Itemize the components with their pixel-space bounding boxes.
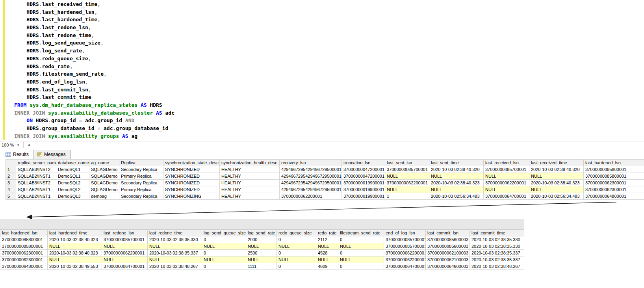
grid-cell[interactable]: 37000000062100003 xyxy=(426,256,470,263)
grid-cell[interactable]: 37000000062200001 xyxy=(280,193,342,200)
grid-cell[interactable]: 37000000085700001 xyxy=(385,166,429,173)
grid-cell[interactable]: 2020-10-03 02:38:40.323 xyxy=(48,236,102,243)
grid-cell[interactable]: 37000000047200001 xyxy=(342,173,385,180)
grid-cell[interactable]: SQLLAB3\INST2 xyxy=(16,166,56,173)
grid-cell[interactable]: SQLLAB3\INST2 xyxy=(16,180,56,186)
column-header[interactable]: end_of_log_lsn xyxy=(384,230,426,236)
grid-cell[interactable]: SYNCHRONIZING xyxy=(163,193,220,200)
grid-cell[interactable]: 2020-10-03 02:56:34.483 xyxy=(529,193,584,200)
grid-cell[interactable]: 2000 xyxy=(246,236,277,243)
grid-cell[interactable]: 37000000019900001 xyxy=(342,186,385,193)
grid-cell[interactable]: NULL xyxy=(529,173,584,180)
grid-cell[interactable]: NULL xyxy=(48,256,102,263)
grid-cell[interactable]: 2020-10-03 02:38:48.267 xyxy=(470,263,524,270)
column-header[interactable]: filestream_send_rate xyxy=(338,230,384,236)
column-header[interactable]: last_sent_lsn xyxy=(385,160,429,166)
code-line[interactable]: FROM sys.dm_hadr_database_replica_states… xyxy=(14,101,618,109)
grid-cell[interactable]: NULL xyxy=(148,243,202,250)
column-header[interactable]: last_hardened_time xyxy=(48,230,102,236)
column-header[interactable]: database_name xyxy=(56,160,89,166)
grid-cell[interactable]: 2020-10-03 02:38:35.337 xyxy=(470,250,524,256)
grid-cell[interactable]: 2020-10-03 02:38:40.323 xyxy=(529,180,584,186)
code-line[interactable]: INNER JOIN sys.availability_databases_cl… xyxy=(14,109,618,117)
column-header[interactable]: last_commit_lsn xyxy=(426,230,470,236)
grid-cell[interactable]: 2020-10-03 02:38:40.320 xyxy=(529,166,584,173)
code-line[interactable]: HDRS.last_redone_time, xyxy=(14,32,618,39)
grid-cell[interactable]: 37000000064700001 xyxy=(384,263,426,270)
grid-cell[interactable]: 37000000085800001 xyxy=(0,236,48,243)
grid-cell[interactable]: 4609 xyxy=(316,263,338,270)
row-number[interactable]: 5 xyxy=(6,193,16,200)
grid-cell[interactable]: 0 xyxy=(338,250,384,256)
grid-cell[interactable]: 1 xyxy=(385,193,429,200)
grid-cell[interactable]: 37000000062300001 xyxy=(584,186,644,193)
grid-cell[interactable]: 0 xyxy=(202,263,246,270)
grid-cell[interactable]: NULL xyxy=(484,173,529,180)
grid-cell[interactable]: 37000000062100003 xyxy=(426,250,470,256)
grid-cell[interactable]: NULL xyxy=(102,243,148,250)
grid-cell[interactable]: NULL xyxy=(48,243,102,250)
grid-cell[interactable]: 37000000062200001 xyxy=(484,180,529,186)
select-all-corner[interactable] xyxy=(6,160,16,166)
grid-cell[interactable]: NULL xyxy=(246,243,277,250)
grid-cell[interactable]: HEALTHY xyxy=(220,193,280,200)
grid-cell[interactable]: 37000000062200001 xyxy=(385,180,429,186)
grid-cell[interactable]: 2020-10-03 02:38:40.320 xyxy=(429,166,484,173)
grid-cell[interactable]: 37000000085600003 xyxy=(426,243,470,250)
column-header[interactable]: last_received_lsn xyxy=(484,160,529,166)
tab-results[interactable]: Results xyxy=(3,150,33,159)
column-header[interactable]: log_send_queue_size xyxy=(202,230,246,236)
grid-cell[interactable]: 37000000062300001 xyxy=(0,250,48,256)
grid-cell[interactable]: DemoSQL1 xyxy=(56,166,89,173)
zoom-dropdown[interactable]: 100 % ▼ xyxy=(0,141,22,149)
grid-cell[interactable]: SYNCHRONIZED xyxy=(163,166,220,173)
grid-cell[interactable]: demoag xyxy=(89,193,119,200)
grid-cell[interactable]: HEALTHY xyxy=(220,173,280,180)
grid-cell[interactable]: SQLLAB2\INST1 xyxy=(16,173,56,180)
grid-cell[interactable]: SQLLAB2\INST1 xyxy=(16,186,56,193)
grid-cell[interactable]: 2020-10-03 02:38:35.330 xyxy=(470,243,524,250)
grid-cell[interactable]: 4294967295429496729500001 xyxy=(280,173,342,180)
code-line[interactable]: HDRS.last_commit_time xyxy=(14,93,618,101)
row-number[interactable]: 2 xyxy=(6,173,16,180)
grid-cell[interactable]: HEALTHY xyxy=(220,166,280,173)
results-grid-main[interactable]: replica_server_namedatabase_nameag_nameR… xyxy=(6,159,644,200)
grid-cell[interactable]: 37000000062200001 xyxy=(384,256,426,263)
code-line[interactable]: HDRS.last_redone_lsn, xyxy=(14,24,618,32)
grid-cell[interactable]: 2020-10-03 02:38:35.330 xyxy=(470,236,524,243)
grid-cell[interactable]: 37000000019900001 xyxy=(342,180,385,186)
row-number[interactable]: 1 xyxy=(6,166,16,173)
grid-cell[interactable]: Primary Replica xyxy=(119,173,163,180)
grid-cell[interactable]: NULL xyxy=(529,186,584,193)
row-number[interactable]: 3 xyxy=(6,180,16,186)
sql-editor[interactable]: HDRS.last_received_time, HDRS.last_harde… xyxy=(0,0,644,141)
grid-cell[interactable]: 37000000062200001 xyxy=(102,250,148,256)
code-line[interactable]: HDRS.last_commit_lsn, xyxy=(14,86,618,94)
grid-cell[interactable]: 2020-10-03 02:38:35.337 xyxy=(148,250,202,256)
column-header[interactable]: last_redone_time xyxy=(148,230,202,236)
grid-cell[interactable]: 37000000062200001 xyxy=(384,250,426,256)
column-header[interactable]: last_redone_lsn xyxy=(102,230,148,236)
grid-cell[interactable]: 0 xyxy=(338,236,384,243)
grid-cell[interactable]: 2020-10-03 02:38:35.330 xyxy=(148,236,202,243)
grid-cell[interactable]: 2020-10-03 02:56:34.483 xyxy=(429,193,484,200)
grid-cell[interactable]: DemoSQL2 xyxy=(56,180,89,186)
grid-cell[interactable]: 2020-10-03 02:38:49.553 xyxy=(48,263,102,270)
code-line[interactable]: HDRS.group_database_id = adc.group_datab… xyxy=(14,124,618,132)
splitter-handle[interactable] xyxy=(23,142,24,148)
grid-cell[interactable]: Primary Replica xyxy=(119,186,163,193)
grid-cell[interactable]: NULL xyxy=(277,243,316,250)
grid-cell[interactable]: NULL xyxy=(338,256,384,263)
grid-cell[interactable]: HEALTHY xyxy=(220,186,280,193)
code-line[interactable]: HDRS.log_send_rate, xyxy=(14,47,618,55)
grid-cell[interactable]: Secondary Replica xyxy=(119,180,163,186)
grid-cell[interactable]: 4528 xyxy=(316,250,338,256)
code-line[interactable]: ON HDRS.group_id = adc.group_id AND xyxy=(14,117,618,124)
grid-cell[interactable]: Secondary Replica xyxy=(119,193,163,200)
scroll-left-arrow-icon[interactable]: ◄ xyxy=(25,143,32,147)
column-header[interactable]: truncation_lsn xyxy=(342,160,385,166)
grid-cell[interactable]: 37000000062300001 xyxy=(584,180,644,186)
grid-cell[interactable]: 37000000085600003 xyxy=(426,236,470,243)
grid-cell[interactable]: SYNCHRONIZED xyxy=(163,180,220,186)
row-number[interactable]: 4 xyxy=(6,186,16,193)
